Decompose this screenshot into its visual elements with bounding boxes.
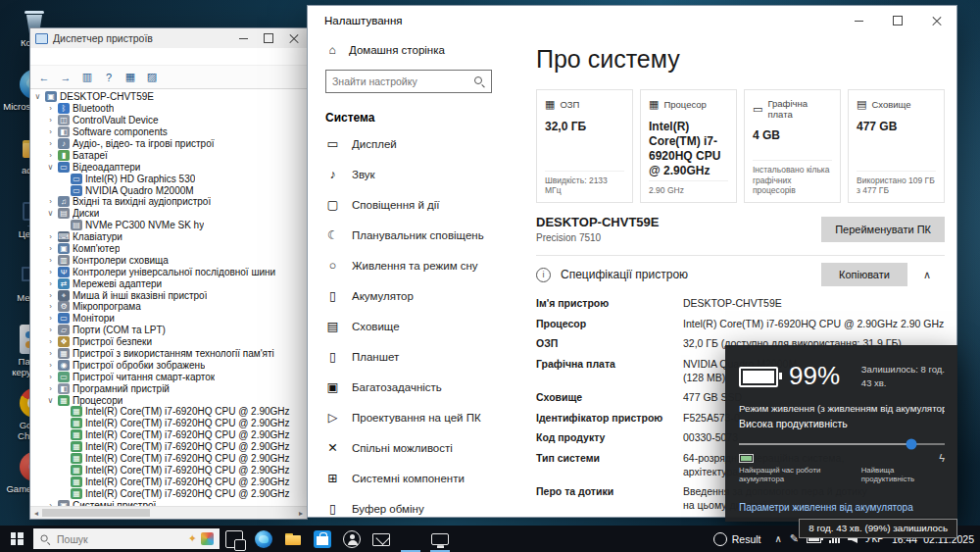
settings-search-box[interactable] xyxy=(325,70,492,93)
expander-icon[interactable]: › xyxy=(46,127,55,136)
scroll-left-arrow[interactable]: ◂ xyxy=(30,509,42,518)
scrollbar-thumb[interactable] xyxy=(42,509,150,517)
toolbar-button[interactable]: ▨ xyxy=(142,69,162,86)
toolbar-button[interactable]: → xyxy=(56,69,75,86)
tree-item[interactable]: › ⚙ Мікропрограма xyxy=(30,301,307,313)
desktop-shortcut[interactable] xyxy=(106,4,131,29)
taskbar-app-button[interactable] xyxy=(337,526,367,552)
start-button[interactable] xyxy=(0,526,33,552)
sidebar-item[interactable]: ▯ Акумулятор xyxy=(308,280,509,311)
tree-item[interactable]: ▦ Intel(R) Core(TM) i7-6920HQ CPU @ 2.90… xyxy=(30,453,307,465)
taskbar-app-button[interactable] xyxy=(367,526,396,552)
expander-icon[interactable]: › xyxy=(46,314,55,323)
tree-item[interactable]: › ◫ ControlVault Device xyxy=(30,115,307,126)
tree-item[interactable]: › Ψ Контролери універсальної послідовної… xyxy=(30,266,307,277)
tree-item[interactable]: › ◧ Software components xyxy=(30,126,307,138)
tree-item[interactable]: ▦ Intel(R) Core(TM) i7-6920HQ CPU @ 2.90… xyxy=(30,406,307,418)
sidebar-item[interactable]: ♪ Звук xyxy=(308,159,509,189)
expander-icon[interactable]: ∨ xyxy=(46,209,55,218)
power-slider[interactable] xyxy=(739,443,945,445)
taskbar-app-result[interactable]: Result xyxy=(708,526,767,552)
minimize-button[interactable] xyxy=(230,28,256,48)
tree-item[interactable]: › ◧ Програмний пристрій xyxy=(30,382,307,394)
sidebar-item[interactable]: ▯ Буфер обміну xyxy=(308,493,509,517)
device-manager-titlebar[interactable]: Диспетчер пристроїв xyxy=(30,28,307,48)
tree-item[interactable]: ▦ Intel(R) Core(TM) i7-6920HQ CPU @ 2.90… xyxy=(30,429,307,441)
expander-icon[interactable]: › xyxy=(46,279,55,288)
expander-icon[interactable]: ∨ xyxy=(33,92,42,101)
toolbar-button[interactable]: ▥ xyxy=(77,69,97,86)
settings-search-input[interactable] xyxy=(326,75,473,87)
horizontal-scrollbar[interactable]: ◂ ▸ xyxy=(30,506,307,519)
tree-item[interactable]: › ▱ Порти (COM та LPT) xyxy=(30,325,307,336)
minimize-button[interactable] xyxy=(839,6,878,35)
tree-item[interactable]: ▦ Intel(R) Core(TM) i7-6920HQ CPU @ 2.90… xyxy=(30,476,307,487)
tree-item[interactable]: › ▣ Системні пристрої xyxy=(30,499,307,506)
taskbar-app-button[interactable] xyxy=(278,526,308,552)
expander-icon[interactable]: › xyxy=(46,197,55,206)
taskbar-app-button[interactable] xyxy=(396,526,425,552)
tree-item[interactable]: › ▦ Пристрої з використанням технології … xyxy=(30,348,307,360)
expander-icon[interactable]: › xyxy=(46,337,55,346)
tree-item[interactable]: › ▣ Комп'ютер xyxy=(30,243,307,255)
taskbar-app-button[interactable] xyxy=(220,526,249,552)
taskbar-app-button[interactable] xyxy=(425,526,455,552)
expander-icon[interactable]: ∨ xyxy=(46,396,55,405)
expander-icon[interactable]: › xyxy=(46,326,55,334)
toolbar-button[interactable]: ? xyxy=(99,69,119,86)
expander-icon[interactable]: ∨ xyxy=(46,163,55,172)
taskbar-search-input[interactable] xyxy=(55,532,185,546)
scroll-right-arrow[interactable]: ▸ xyxy=(295,509,307,518)
tree-item[interactable]: › ▥ Контролери сховища xyxy=(30,254,307,266)
close-button[interactable] xyxy=(917,6,956,35)
sidebar-item[interactable]: ▣ Багатозадачність xyxy=(308,372,509,402)
sidebar-item[interactable]: ▤ Сховище xyxy=(308,311,509,341)
tree-item[interactable]: › ▮ Батареї xyxy=(30,149,307,161)
tree-item[interactable]: › ♪ Аудіо-, відео- та ігрові пристрої xyxy=(30,138,307,150)
search-icon[interactable] xyxy=(473,75,485,87)
expander-icon[interactable]: › xyxy=(46,291,55,300)
taskbar-app-button[interactable] xyxy=(249,526,278,552)
sidebar-item[interactable]: ▯ Планшет xyxy=(308,341,509,372)
tree-item[interactable]: ▤ NVMe PC300 NVMe SK hy xyxy=(30,220,307,231)
device-specs-header[interactable]: i Специфікації пристрою Копіювати ∧ xyxy=(536,256,945,293)
tree-item[interactable]: › ⇄ Мережеві адаптери xyxy=(30,277,307,289)
sidebar-item[interactable]: ▭ Дисплей xyxy=(308,128,509,159)
expander-icon[interactable]: › xyxy=(46,361,55,370)
tree-item[interactable]: › ♫ Вхідні та вихідні аудіопристрої xyxy=(30,196,307,208)
tree-item[interactable]: ∨ ▦ Процесори xyxy=(30,394,307,406)
power-slider-handle[interactable] xyxy=(906,439,917,450)
tree-item[interactable]: ▦ Intel(R) Core(TM) i7-6920HQ CPU @ 2.90… xyxy=(30,465,307,477)
rename-pc-button[interactable]: Перейменувати ПК xyxy=(821,217,945,242)
tree-item[interactable]: ▭ Intel(R) HD Graphics 530 xyxy=(30,173,307,184)
search-daily-icon[interactable] xyxy=(201,532,214,545)
tree-item[interactable]: › ⌖ Миша й інші вказівні пристрої xyxy=(30,289,307,301)
tree-item[interactable]: › ⌨ Клавіатури xyxy=(30,231,307,243)
sidebar-item-home[interactable]: ⌂ Домашня сторінка xyxy=(308,35,509,57)
tree-item[interactable]: ∨ ▭ Відеоадаптери xyxy=(30,161,307,173)
search-highlight-icon[interactable]: ✦ xyxy=(188,532,197,545)
tree-item[interactable]: ▦ Intel(R) Core(TM) i7-6920HQ CPU @ 2.90… xyxy=(30,418,307,429)
expander-icon[interactable]: › xyxy=(46,116,55,125)
maximize-button[interactable] xyxy=(878,6,917,35)
expander-icon[interactable]: › xyxy=(46,384,55,393)
tree-item[interactable]: ∨ ▣ DESKTOP-CHVT59E xyxy=(30,91,307,103)
expander-icon[interactable]: › xyxy=(46,104,55,113)
expander-icon[interactable]: › xyxy=(46,373,55,381)
expander-icon[interactable]: › xyxy=(46,302,55,311)
expander-icon[interactable]: › xyxy=(46,268,55,276)
tree-item[interactable]: ∨ ▤ Диски xyxy=(30,208,307,220)
toolbar-button[interactable]: ▦ xyxy=(121,69,140,86)
maximize-button[interactable] xyxy=(256,28,281,48)
sidebar-item[interactable]: ⊞ Системні компоненти xyxy=(308,463,509,493)
taskbar-search-box[interactable]: ✦ xyxy=(33,528,220,549)
toolbar-button[interactable]: ← xyxy=(34,69,54,86)
chevron-up-icon[interactable]: ∧ xyxy=(923,269,931,281)
tree-item[interactable]: › ❖ Пристрої безпеки xyxy=(30,336,307,348)
battery-settings-link[interactable]: Параметри живлення від акумулятора xyxy=(739,502,913,513)
desktop-shortcut[interactable] xyxy=(57,4,82,29)
settings-titlebar[interactable]: Налаштування xyxy=(308,6,956,35)
sidebar-item[interactable]: ○ Живлення та режим сну xyxy=(308,250,509,280)
sidebar-item[interactable]: ▢ Сповіщення й дії xyxy=(308,189,509,220)
expander-icon[interactable]: › xyxy=(46,232,55,241)
